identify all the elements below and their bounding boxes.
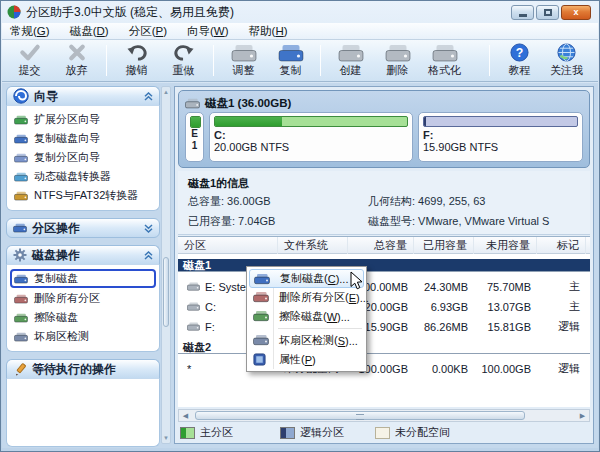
chevron-up-icon[interactable] (144, 251, 153, 260)
legend-primary-partition: 主分区 (180, 425, 280, 440)
undo-button[interactable]: 撤销 (113, 41, 160, 80)
menu-partition[interactable]: 分区(P) (129, 24, 167, 39)
table-row-f[interactable]: F: 15.90GB 86.26MB 15.81GB 逻辑 (178, 317, 590, 336)
toolbar: 提交 放弃 撤销 重做 调整 (2, 40, 598, 82)
follow-me-button[interactable]: 关注我 (543, 41, 590, 80)
partition-block-f[interactable]: F: 15.90GB NTFS (418, 112, 583, 162)
wipe-disk-icon (14, 313, 28, 323)
section-header-pending-operations[interactable]: 等待执行的操作 (6, 359, 160, 379)
question-icon (510, 43, 529, 62)
minimize-button[interactable] (511, 5, 534, 20)
format-disk-icon (432, 44, 458, 62)
menu-wizard[interactable]: 向导(W) (187, 24, 229, 39)
copy-button[interactable]: 复制 (267, 41, 314, 80)
gear-icon (13, 248, 27, 262)
disk-info-title: 磁盘1的信息 (188, 176, 580, 191)
sidebar-item-extend-partition-wizard[interactable]: 扩展分区向导 (7, 110, 159, 129)
context-menu-properties[interactable]: 属性(P) (249, 350, 364, 369)
disk-icon (185, 98, 200, 109)
disk1-map: 磁盘1 (36.00GB) E 1 C: 20.00GB NTFS (178, 90, 590, 168)
extend-partition-icon (14, 115, 28, 125)
app-window: 分区助手3.0中文版 (稳定、易用且免费) x 常规(G) 磁盘(D) 分区(P… (0, 0, 600, 452)
disk1-group-row[interactable]: 磁盘1 (178, 259, 590, 272)
table-row-c[interactable]: C: 20.00GB 6.93GB 13.07GB 主 (178, 297, 590, 316)
disk1-info: 磁盘1的信息 总容量: 36.00GB 已用容量: 7.04GB 几何结构: 4… (178, 171, 590, 235)
partition-icon (187, 302, 200, 311)
minimize-icon (519, 14, 527, 17)
commit-check-icon (18, 43, 42, 62)
main-panel: 磁盘1 (36.00GB) E 1 C: 20.00GB NTFS (174, 86, 594, 444)
sidebar-item-delete-all-partitions[interactable]: 删除所有分区 (7, 289, 159, 308)
mouse-cursor (350, 271, 363, 290)
table-horizontal-scrollbar[interactable]: ◀ ▶ (178, 409, 590, 422)
sidebar-item-copy-disk-wizard[interactable]: 复制磁盘向导 (7, 129, 159, 148)
maximize-button[interactable] (536, 5, 559, 20)
partition-ops-icon (13, 223, 27, 233)
pencil-icon (13, 362, 27, 376)
context-menu-bad-sector-test[interactable]: 坏扇区检测(S)... (249, 331, 364, 350)
context-menu-separator (278, 328, 362, 329)
menu-disk[interactable]: 磁盘(D) (70, 24, 109, 39)
commit-button[interactable]: 提交 (6, 41, 53, 80)
sidebar-item-ntfs-fat32-converter[interactable]: NTFS与FAT32转换器 (7, 186, 159, 205)
delete-all-partitions-icon (253, 291, 269, 303)
chevron-down-icon[interactable] (144, 224, 153, 233)
format-button[interactable]: 格式化 (421, 41, 468, 80)
context-menu-copy-disk[interactable]: 复制磁盘(C)... (249, 269, 364, 288)
resize-button[interactable]: 调整 (220, 41, 267, 80)
maximize-icon (544, 9, 552, 16)
scrollbar-thumb[interactable] (163, 257, 169, 327)
partition-icon (187, 282, 200, 291)
table-row-unallocated[interactable]: * 未分配空间 100.00GB 0.00KB 100.00GB 逻辑 (178, 359, 590, 378)
sidebar-item-dynamic-disk-converter[interactable]: 动态磁盘转换器 (7, 167, 159, 186)
partition-block-e[interactable]: E 1 (185, 112, 204, 162)
toolbar-separator (213, 45, 214, 76)
hscrollbar-thumb[interactable] (195, 411, 525, 420)
scroll-down-icon[interactable]: ▼ (163, 435, 169, 441)
close-icon: x (573, 8, 578, 17)
scroll-up-icon[interactable]: ▲ (163, 89, 169, 95)
table-row-e[interactable]: E: System 100.00MB 24.30MB 75.70MB 主 (178, 277, 590, 296)
scroll-left-icon[interactable]: ◀ (179, 412, 192, 420)
copy-partition-wizard-icon (14, 153, 28, 163)
disk-total-capacity: 总容量: 36.00GB (188, 194, 368, 209)
redo-button[interactable]: 重做 (160, 41, 207, 80)
delete-button[interactable]: 删除 (374, 41, 421, 80)
context-menu: 复制磁盘(C)... 删除所有分区(E)... 擦除磁盘(W)... 坏扇区检测… (246, 266, 367, 372)
context-menu-wipe-disk[interactable]: 擦除磁盘(W)... (249, 307, 364, 326)
dynamic-disk-icon (14, 172, 28, 182)
context-menu-delete-all-partitions[interactable]: 删除所有分区(E)... (249, 288, 364, 307)
disk2-group-row[interactable]: 磁盘2 (178, 341, 590, 354)
partition-block-c[interactable]: C: 20.00GB NTFS (209, 112, 413, 162)
menu-help[interactable]: 帮助(H) (249, 24, 288, 39)
close-button[interactable]: x (561, 5, 591, 20)
create-button[interactable]: 创建 (327, 41, 374, 80)
chevron-up-icon[interactable] (144, 92, 153, 101)
sidebar-section-pending-operations: 等待执行的操作 (6, 359, 160, 447)
copy-disk-icon (14, 274, 28, 284)
sidebar-item-copy-disk[interactable]: 复制磁盘 (10, 269, 156, 288)
create-disk-icon (338, 44, 364, 62)
section-header-partition-ops[interactable]: 分区操作 (6, 218, 160, 238)
legend: 主分区 逻辑分区 未分配空间 (178, 424, 590, 441)
sidebar: 向导 扩展分区向导 复制磁盘向导 复制分区向导 (6, 86, 171, 444)
sidebar-section-partition-ops: 分区操作 (6, 218, 160, 238)
sidebar-item-wipe-disk[interactable]: 擦除磁盘 (7, 308, 159, 327)
window-title: 分区助手3.0中文版 (稳定、易用且免费) (26, 4, 234, 21)
properties-icon (253, 353, 266, 366)
discard-button[interactable]: 放弃 (53, 41, 100, 80)
sidebar-item-copy-partition-wizard[interactable]: 复制分区向导 (7, 148, 159, 167)
table-header[interactable]: 分区 文件系统 总容量 已用容量 未用容量 标记 (178, 237, 590, 254)
copy-disk-icon (278, 44, 304, 62)
usage-bar-f (423, 116, 578, 127)
section-header-disk-ops[interactable]: 磁盘操作 (6, 245, 160, 265)
globe-icon (557, 43, 576, 62)
section-header-wizards[interactable]: 向导 (6, 86, 160, 106)
scroll-right-icon[interactable]: ▶ (576, 412, 589, 420)
sidebar-scrollbar[interactable]: ▲ ▼ (161, 86, 171, 444)
menu-general[interactable]: 常规(G) (10, 24, 50, 39)
tutorial-button[interactable]: 教程 (496, 41, 543, 80)
resize-disk-icon (231, 44, 257, 62)
toolbar-separator (489, 45, 490, 76)
sidebar-item-bad-sector-test[interactable]: 坏扇区检测 (7, 327, 159, 346)
